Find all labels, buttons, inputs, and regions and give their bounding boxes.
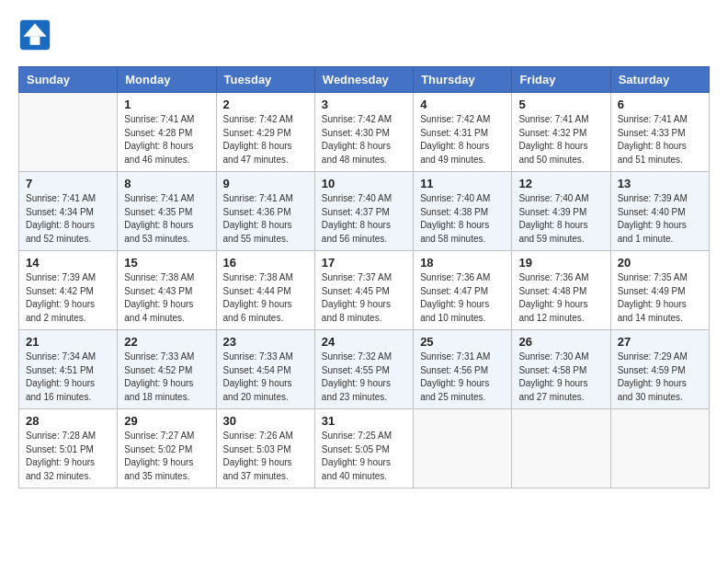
day-info: Sunrise: 7:27 AMSunset: 5:02 PMDaylight:…: [124, 430, 209, 483]
page-header: [18, 18, 710, 52]
day-info: Sunrise: 7:32 AMSunset: 4:55 PMDaylight:…: [322, 350, 406, 404]
day-of-week-header: Wednesday: [314, 67, 413, 93]
calendar-week-row: 7Sunrise: 7:41 AMSunset: 4:34 PMDaylight…: [19, 172, 710, 251]
calendar-cell: 18Sunrise: 7:36 AMSunset: 4:47 PMDayligh…: [414, 251, 512, 330]
day-info: Sunrise: 7:41 AMSunset: 4:35 PMDaylight:…: [124, 192, 209, 246]
calendar-header-row: SundayMondayTuesdayWednesdayThursdayFrid…: [19, 67, 710, 93]
day-info: Sunrise: 7:41 AMSunset: 4:34 PMDaylight:…: [26, 192, 110, 246]
day-number: 10: [322, 177, 406, 190]
svg-rect-2: [30, 37, 40, 45]
day-number: 4: [420, 98, 505, 111]
calendar-cell: [610, 409, 709, 488]
calendar-week-row: 1Sunrise: 7:41 AMSunset: 4:28 PMDaylight…: [19, 93, 710, 172]
day-of-week-header: Friday: [512, 67, 610, 93]
day-number: 30: [223, 414, 308, 428]
day-number: 9: [223, 177, 308, 190]
calendar-cell: 13Sunrise: 7:39 AMSunset: 4:40 PMDayligh…: [610, 172, 709, 251]
day-info: Sunrise: 7:39 AMSunset: 4:40 PMDaylight:…: [618, 192, 702, 246]
day-info: Sunrise: 7:41 AMSunset: 4:33 PMDaylight:…: [618, 113, 702, 167]
day-number: 25: [420, 335, 505, 349]
day-number: 1: [124, 98, 209, 111]
day-info: Sunrise: 7:39 AMSunset: 4:42 PMDaylight:…: [26, 271, 110, 325]
day-number: 26: [518, 335, 603, 349]
day-info: Sunrise: 7:40 AMSunset: 4:37 PMDaylight:…: [322, 192, 406, 246]
day-number: 23: [223, 335, 308, 349]
day-info: Sunrise: 7:42 AMSunset: 4:29 PMDaylight:…: [223, 113, 308, 167]
day-number: 28: [26, 414, 110, 428]
day-of-week-header: Sunday: [19, 67, 118, 93]
calendar-cell: 9Sunrise: 7:41 AMSunset: 4:36 PMDaylight…: [216, 172, 314, 251]
day-of-week-header: Thursday: [414, 67, 512, 93]
calendar-cell: 19Sunrise: 7:36 AMSunset: 4:48 PMDayligh…: [512, 251, 610, 330]
day-info: Sunrise: 7:40 AMSunset: 4:39 PMDaylight:…: [518, 192, 603, 246]
day-info: Sunrise: 7:29 AMSunset: 4:59 PMDaylight:…: [618, 350, 702, 404]
calendar-cell: 25Sunrise: 7:31 AMSunset: 4:56 PMDayligh…: [414, 330, 512, 409]
calendar-cell: 24Sunrise: 7:32 AMSunset: 4:55 PMDayligh…: [314, 330, 413, 409]
calendar-cell: 12Sunrise: 7:40 AMSunset: 4:39 PMDayligh…: [512, 172, 610, 251]
day-info: Sunrise: 7:41 AMSunset: 4:32 PMDaylight:…: [518, 113, 603, 167]
day-of-week-header: Tuesday: [216, 67, 314, 93]
day-info: Sunrise: 7:30 AMSunset: 4:58 PMDaylight:…: [518, 350, 603, 404]
calendar-cell: 4Sunrise: 7:42 AMSunset: 4:31 PMDaylight…: [414, 93, 512, 172]
calendar-week-row: 14Sunrise: 7:39 AMSunset: 4:42 PMDayligh…: [19, 251, 710, 330]
day-number: 13: [618, 177, 702, 190]
day-info: Sunrise: 7:41 AMSunset: 4:28 PMDaylight:…: [124, 113, 209, 167]
day-info: Sunrise: 7:33 AMSunset: 4:52 PMDaylight:…: [124, 350, 209, 404]
day-number: 12: [518, 177, 603, 190]
day-number: 21: [26, 335, 110, 349]
day-info: Sunrise: 7:38 AMSunset: 4:43 PMDaylight:…: [124, 271, 209, 325]
calendar-week-row: 28Sunrise: 7:28 AMSunset: 5:01 PMDayligh…: [19, 409, 710, 488]
day-number: 18: [420, 256, 505, 270]
calendar-cell: 29Sunrise: 7:27 AMSunset: 5:02 PMDayligh…: [118, 409, 216, 488]
calendar-week-row: 21Sunrise: 7:34 AMSunset: 4:51 PMDayligh…: [19, 330, 710, 409]
calendar-cell: 11Sunrise: 7:40 AMSunset: 4:38 PMDayligh…: [414, 172, 512, 251]
calendar-cell: 8Sunrise: 7:41 AMSunset: 4:35 PMDaylight…: [118, 172, 216, 251]
day-of-week-header: Monday: [118, 67, 216, 93]
day-info: Sunrise: 7:25 AMSunset: 5:05 PMDaylight:…: [322, 430, 406, 483]
calendar-cell: 5Sunrise: 7:41 AMSunset: 4:32 PMDaylight…: [512, 93, 610, 172]
day-info: Sunrise: 7:41 AMSunset: 4:36 PMDaylight:…: [223, 192, 308, 246]
day-number: 29: [124, 414, 209, 428]
calendar-cell: 20Sunrise: 7:35 AMSunset: 4:49 PMDayligh…: [610, 251, 709, 330]
day-number: 24: [322, 335, 406, 349]
calendar-cell: 7Sunrise: 7:41 AMSunset: 4:34 PMDaylight…: [19, 172, 118, 251]
calendar-cell: 30Sunrise: 7:26 AMSunset: 5:03 PMDayligh…: [216, 409, 314, 488]
calendar-cell: 17Sunrise: 7:37 AMSunset: 4:45 PMDayligh…: [314, 251, 413, 330]
day-info: Sunrise: 7:35 AMSunset: 4:49 PMDaylight:…: [618, 271, 702, 325]
day-of-week-header: Saturday: [610, 67, 709, 93]
calendar-cell: [512, 409, 610, 488]
day-number: 11: [420, 177, 505, 190]
calendar-cell: 26Sunrise: 7:30 AMSunset: 4:58 PMDayligh…: [512, 330, 610, 409]
day-number: 31: [322, 414, 406, 428]
calendar-cell: 23Sunrise: 7:33 AMSunset: 4:54 PMDayligh…: [216, 330, 314, 409]
day-number: 14: [26, 256, 110, 270]
day-number: 27: [618, 335, 702, 349]
calendar-cell: 1Sunrise: 7:41 AMSunset: 4:28 PMDaylight…: [118, 93, 216, 172]
calendar-cell: 3Sunrise: 7:42 AMSunset: 4:30 PMDaylight…: [314, 93, 413, 172]
day-info: Sunrise: 7:31 AMSunset: 4:56 PMDaylight:…: [420, 350, 505, 404]
day-info: Sunrise: 7:40 AMSunset: 4:38 PMDaylight:…: [420, 192, 505, 246]
day-info: Sunrise: 7:38 AMSunset: 4:44 PMDaylight:…: [223, 271, 308, 325]
day-info: Sunrise: 7:36 AMSunset: 4:48 PMDaylight:…: [518, 271, 603, 325]
day-info: Sunrise: 7:28 AMSunset: 5:01 PMDaylight:…: [26, 430, 110, 483]
day-info: Sunrise: 7:42 AMSunset: 4:31 PMDaylight:…: [420, 113, 505, 167]
calendar-cell: 10Sunrise: 7:40 AMSunset: 4:37 PMDayligh…: [314, 172, 413, 251]
calendar-cell: 15Sunrise: 7:38 AMSunset: 4:43 PMDayligh…: [118, 251, 216, 330]
day-number: 5: [518, 98, 603, 111]
day-number: 19: [518, 256, 603, 270]
logo: [18, 18, 55, 52]
day-info: Sunrise: 7:33 AMSunset: 4:54 PMDaylight:…: [223, 350, 308, 404]
day-number: 22: [124, 335, 209, 349]
day-number: 8: [124, 177, 209, 190]
calendar-cell: 6Sunrise: 7:41 AMSunset: 4:33 PMDaylight…: [610, 93, 709, 172]
calendar-cell: 21Sunrise: 7:34 AMSunset: 4:51 PMDayligh…: [19, 330, 118, 409]
day-info: Sunrise: 7:42 AMSunset: 4:30 PMDaylight:…: [322, 113, 406, 167]
calendar-table: SundayMondayTuesdayWednesdayThursdayFrid…: [18, 66, 710, 488]
day-number: 15: [124, 256, 209, 270]
day-number: 16: [223, 256, 308, 270]
calendar-cell: 31Sunrise: 7:25 AMSunset: 5:05 PMDayligh…: [314, 409, 413, 488]
day-number: 7: [26, 177, 110, 190]
day-info: Sunrise: 7:37 AMSunset: 4:45 PMDaylight:…: [322, 271, 406, 325]
day-info: Sunrise: 7:36 AMSunset: 4:47 PMDaylight:…: [420, 271, 505, 325]
calendar-cell: 27Sunrise: 7:29 AMSunset: 4:59 PMDayligh…: [610, 330, 709, 409]
